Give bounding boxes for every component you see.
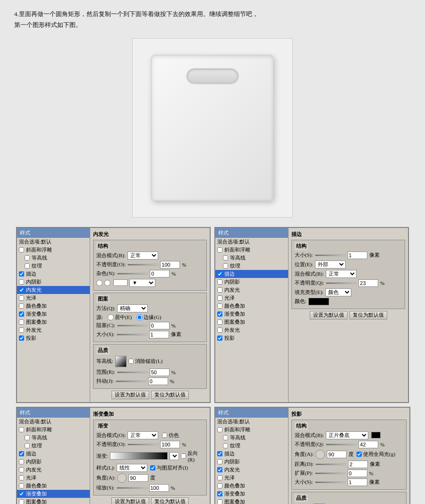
drop-shadow-2[interactable]: 投影 xyxy=(215,334,288,342)
shadow-color-swatch[interactable] xyxy=(371,432,381,438)
noise-slider-1[interactable] xyxy=(117,273,148,275)
blend-options-4[interactable]: 混合选项:默认 xyxy=(215,418,288,426)
grad-style-select[interactable]: 线性 xyxy=(117,464,147,472)
color-swatch-1[interactable] xyxy=(113,279,128,286)
inner-glow-cb-1[interactable] xyxy=(19,287,24,293)
contour-preview-1[interactable] xyxy=(115,356,127,367)
gradient-overlay-4[interactable]: 渐变叠加 xyxy=(215,490,288,498)
gradient-overlay-1[interactable]: 渐变叠加 xyxy=(17,310,90,318)
satin-cb-1[interactable] xyxy=(19,295,24,301)
color-overlay-cb-2[interactable] xyxy=(217,303,222,309)
global-light-item[interactable]: 使用全局光(g) xyxy=(357,451,395,458)
choke-slider-1[interactable] xyxy=(117,325,148,327)
inner-shadow-cb-3[interactable] xyxy=(19,459,24,464)
inner-glow-cb-4[interactable] xyxy=(217,467,222,472)
bevel-cb-3[interactable] xyxy=(19,427,24,432)
inner-glow-cb-3[interactable] xyxy=(19,467,24,472)
gradient-overlay-cb-3[interactable] xyxy=(19,491,24,496)
bevel-emboss-3[interactable]: 斜面和浮雕 xyxy=(17,426,90,434)
texture-4[interactable]: 纹理 xyxy=(215,442,288,450)
stroke-4[interactable]: 描边 xyxy=(215,450,288,458)
bevel-cb-4[interactable] xyxy=(217,427,222,432)
texture-2[interactable]: 纹理 xyxy=(215,262,288,270)
pattern-overlay-cb-1[interactable] xyxy=(19,319,24,325)
gradient-overlay-cb-2[interactable] xyxy=(217,311,222,317)
grad-blend-select[interactable]: 正常 xyxy=(128,431,158,439)
gradient-reset-btn[interactable]: 复位为默认值 xyxy=(151,497,189,504)
range-input-1[interactable] xyxy=(150,369,170,376)
color-overlay-1[interactable]: 颜色叠加 xyxy=(17,302,90,310)
drop-shadow-1[interactable]: 投影 xyxy=(17,334,90,342)
stroke-blend-select[interactable]: 正常 xyxy=(326,270,357,278)
grad-scale-input[interactable] xyxy=(149,484,169,492)
color-overlay-4[interactable]: 颜色叠加 xyxy=(215,482,288,490)
range-slider-1[interactable] xyxy=(117,371,148,373)
pattern-overlay-2[interactable]: 图案叠加 xyxy=(215,318,288,326)
satin-cb-4[interactable] xyxy=(217,475,222,480)
outer-glow-cb-2[interactable] xyxy=(217,328,222,333)
gradient-overlay-cb-1[interactable] xyxy=(19,311,24,317)
source-edge-1[interactable]: 边缘(G) xyxy=(136,314,161,321)
stroke-size-slider[interactable] xyxy=(315,254,346,256)
radio-white-1[interactable] xyxy=(104,280,110,286)
texture-cb-2[interactable] xyxy=(223,263,228,269)
color-overlay-cb-3[interactable] xyxy=(19,483,24,488)
stroke-opacity-input[interactable] xyxy=(358,279,378,287)
texture-cb-3[interactable] xyxy=(25,443,30,448)
stroke-3[interactable]: 描边 xyxy=(17,450,90,458)
noise-input-1[interactable] xyxy=(150,270,170,277)
contour-2[interactable]: 等高线 xyxy=(215,254,288,262)
blend-options-3[interactable]: 混合选项:默认 xyxy=(17,418,90,426)
pattern-overlay-4[interactable]: 图案叠加 xyxy=(215,498,288,504)
grad-angle-input[interactable] xyxy=(128,474,148,482)
stroke-cb-3[interactable] xyxy=(19,451,24,456)
size-input-1[interactable] xyxy=(149,331,169,338)
bevel-emboss-1[interactable]: 斜面和浮雕 xyxy=(17,246,90,254)
bevel-cb-1[interactable] xyxy=(19,247,24,252)
gradient-bar[interactable] xyxy=(110,452,168,460)
anti-alias-1[interactable]: 消除锯齿(L) xyxy=(128,358,162,365)
shadow-spread-input[interactable] xyxy=(348,470,367,477)
texture-1[interactable]: 纹理 xyxy=(17,262,90,270)
shadow-distance-input[interactable] xyxy=(348,461,368,468)
satin-1[interactable]: 光泽 xyxy=(17,294,90,302)
stroke-cb-4[interactable] xyxy=(217,451,222,456)
bevel-emboss-4[interactable]: 斜面和浮雕 xyxy=(215,426,288,434)
inner-shadow-3[interactable]: 内阴影 xyxy=(17,458,90,466)
inner-shadow-2[interactable]: 内阴影 xyxy=(215,278,288,286)
stroke-opacity-slider[interactable] xyxy=(326,282,357,284)
satin-4[interactable]: 光泽 xyxy=(215,474,288,482)
pattern-overlay-cb-3[interactable] xyxy=(19,499,24,504)
opacity-slider-1[interactable] xyxy=(128,264,158,266)
gradient-overlay-cb-4[interactable] xyxy=(217,491,222,496)
reset-btn-1[interactable]: 复位为默认值 xyxy=(151,391,189,399)
blend-options-2[interactable]: 混合选项:默认 xyxy=(215,238,288,246)
set-default-btn-1[interactable]: 设置为默认值 xyxy=(111,391,149,399)
bevel-emboss-2[interactable]: 斜面和浮雕 xyxy=(215,246,288,254)
drop-shadow-cb-2[interactable] xyxy=(217,336,222,341)
stroke-reset-btn[interactable]: 复位为默认值 xyxy=(349,311,387,319)
opacity-input-1[interactable] xyxy=(160,261,180,269)
radio-black-1[interactable] xyxy=(96,280,102,286)
contour-1[interactable]: 等高线 xyxy=(17,254,90,262)
satin-cb-3[interactable] xyxy=(19,475,24,480)
shadow-opacity-input[interactable] xyxy=(358,441,378,448)
jitter-input-1[interactable] xyxy=(148,378,168,385)
stroke-cb-1[interactable] xyxy=(19,271,24,277)
outer-glow-2[interactable]: 外发光 xyxy=(215,326,288,334)
angle-dial-3[interactable] xyxy=(117,473,127,483)
stroke-pos-select[interactable]: 外部 xyxy=(315,260,346,269)
shadow-angle-input[interactable] xyxy=(327,451,347,458)
outer-glow-cb-1[interactable] xyxy=(19,328,24,333)
inner-shadow-1[interactable]: 内阴影 xyxy=(17,278,90,286)
contour-cb-1[interactable] xyxy=(25,255,30,260)
color-overlay-3[interactable]: 颜色叠加 xyxy=(17,482,90,490)
texture-cb-1[interactable] xyxy=(25,263,30,269)
bevel-cb-2[interactable] xyxy=(217,247,222,252)
shadow-spread-slider[interactable] xyxy=(315,472,346,474)
shadow-size-slider[interactable] xyxy=(315,481,346,483)
inner-shadow-cb-4[interactable] xyxy=(217,459,222,464)
grad-scale-slider[interactable] xyxy=(117,487,147,489)
choke-input-1[interactable] xyxy=(150,322,170,329)
satin-3[interactable]: 光泽 xyxy=(17,474,90,482)
